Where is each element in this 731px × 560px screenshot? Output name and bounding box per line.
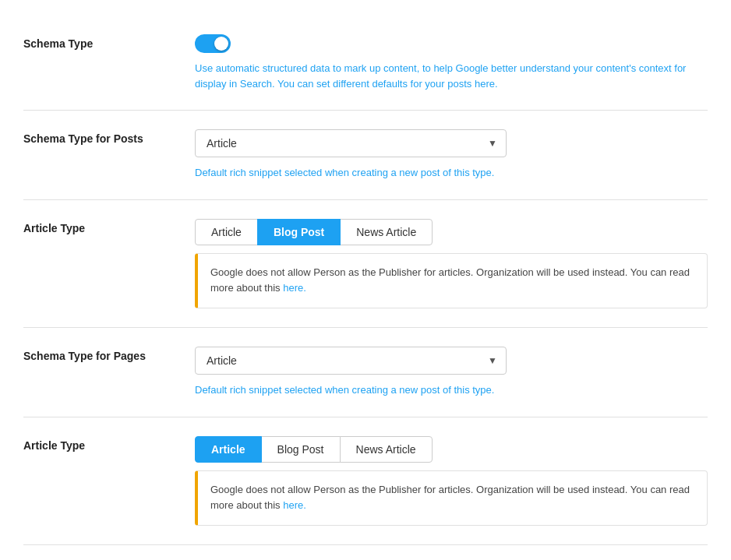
article-type-posts-newsarticle-btn[interactable]: News Article bbox=[340, 219, 433, 245]
schema-type-row: Schema Type Use automatic structured dat… bbox=[23, 16, 708, 111]
schema-type-posts-select[interactable]: Article Book Course Event FAQ Movie Prod… bbox=[195, 129, 507, 157]
article-type-pages-warning: Google does not allow Person as the Publ… bbox=[195, 470, 708, 527]
schema-type-toggle[interactable] bbox=[195, 34, 231, 53]
article-type-pages-warning-link[interactable]: here. bbox=[283, 499, 306, 511]
schema-type-posts-content: Article Book Course Event FAQ Movie Prod… bbox=[195, 129, 708, 181]
article-type-pages-blogpost-btn[interactable]: Blog Post bbox=[261, 436, 341, 463]
article-type-posts-article-btn[interactable]: Article bbox=[195, 219, 258, 245]
schema-type-posts-label: Schema Type for Posts bbox=[23, 129, 164, 145]
article-type-pages-article-btn[interactable]: Article bbox=[195, 436, 262, 463]
article-type-posts-warning-text: Google does not allow Person as the Publ… bbox=[210, 266, 690, 294]
schema-type-pages-row: Schema Type for Pages Article Book Cours… bbox=[23, 328, 708, 417]
schema-type-posts-row: Schema Type for Posts Article Book Cours… bbox=[23, 111, 708, 200]
article-type-pages-warning-text: Google does not allow Person as the Publ… bbox=[210, 484, 690, 512]
article-type-posts-blogpost-btn[interactable]: Blog Post bbox=[257, 219, 341, 245]
toggle-knob bbox=[214, 37, 228, 51]
schema-type-pages-label: Schema Type for Pages bbox=[23, 347, 164, 362]
schema-type-pages-dropdown-wrapper: Article Book Course Event FAQ Movie Prod… bbox=[195, 347, 507, 375]
schema-type-description: Use automatic structured data to mark up… bbox=[195, 61, 708, 91]
schema-type-posts-dropdown-wrapper: Article Book Course Event FAQ Movie Prod… bbox=[195, 129, 507, 157]
schema-type-pages-content: Article Book Course Event FAQ Movie Prod… bbox=[195, 347, 708, 398]
schema-type-label: Schema Type bbox=[23, 34, 164, 50]
article-type-pages-newsarticle-btn[interactable]: News Article bbox=[340, 436, 433, 463]
article-type-posts-warning: Google does not allow Person as the Publ… bbox=[195, 253, 708, 309]
article-type-pages-button-group: Article Blog Post News Article bbox=[195, 436, 708, 463]
article-type-posts-warning-link[interactable]: here. bbox=[283, 282, 306, 294]
article-type-posts-label: Article Type bbox=[23, 219, 164, 234]
schema-type-posts-helper: Default rich snippet selected when creat… bbox=[195, 165, 708, 181]
schema-type-pages-helper: Default rich snippet selected when creat… bbox=[195, 382, 708, 398]
article-type-pages-label: Article Type bbox=[23, 436, 164, 452]
article-type-pages-row: Article Type Article Blog Post News Arti… bbox=[23, 417, 708, 546]
article-type-posts-button-group: Article Blog Post News Article bbox=[195, 219, 708, 245]
article-type-posts-row: Article Type Article Blog Post News Arti… bbox=[23, 200, 708, 329]
article-type-pages-content: Article Blog Post News Article Google do… bbox=[195, 436, 708, 527]
article-type-posts-content: Article Blog Post News Article Google do… bbox=[195, 219, 708, 309]
schema-type-pages-select[interactable]: Article Book Course Event FAQ Movie Prod… bbox=[195, 347, 507, 375]
schema-type-content: Use automatic structured data to mark up… bbox=[195, 34, 708, 91]
toggle-wrapper bbox=[195, 34, 708, 53]
